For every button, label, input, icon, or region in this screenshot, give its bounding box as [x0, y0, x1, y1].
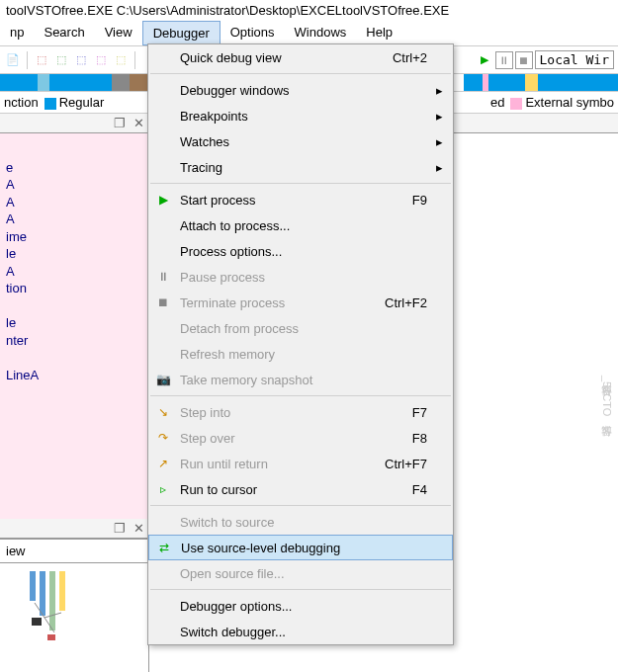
- menu-item-debugger-options-[interactable]: Debugger options...: [148, 593, 453, 619]
- menu-windows[interactable]: Windows: [285, 21, 357, 45]
- menu-debugger[interactable]: Debugger: [142, 21, 221, 45]
- toolbar-icon[interactable]: ⬚: [33, 51, 50, 69]
- svg-rect-0: [30, 571, 36, 601]
- graph-svg: [0, 563, 148, 672]
- svg-rect-5: [47, 634, 55, 640]
- menu-item-tracing[interactable]: Tracing▸: [148, 154, 453, 180]
- menu-item-step-into: ↘Step intoF7: [148, 399, 453, 425]
- pause-icon[interactable]: ⏸: [495, 51, 513, 69]
- window-title: toolVSTOfree.EXE C:\Users\Administrator\…: [0, 0, 618, 21]
- graph-overview[interactable]: [0, 563, 148, 672]
- menu-options[interactable]: Options: [221, 21, 285, 45]
- close-icon[interactable]: ✕: [133, 116, 144, 130]
- menu-item-pause-process: ⏸Pause process: [148, 264, 453, 290]
- play-icon[interactable]: ▶: [476, 51, 493, 69]
- menu-item-debugger-windows[interactable]: Debugger windows▸: [148, 77, 453, 103]
- menu-item-use-source-level-debugging[interactable]: ⇄Use source-level debugging: [148, 535, 453, 560]
- toolbar-icon[interactable]: ⬚: [52, 51, 70, 69]
- menu-item-step-over: ↷Step overF8: [148, 425, 453, 451]
- view-label: iew: [0, 539, 148, 563]
- menu-np[interactable]: np: [0, 21, 34, 45]
- toolbar-icon[interactable]: ⬚: [92, 51, 110, 69]
- svg-rect-4: [32, 618, 42, 626]
- svg-rect-3: [59, 571, 65, 611]
- close-icon[interactable]: ✕: [133, 521, 144, 536]
- menu-item-switch-debugger-[interactable]: Switch debugger...: [148, 619, 453, 644]
- menu-item-process-options-[interactable]: Process options...: [148, 238, 453, 264]
- toolbar-icon[interactable]: ⬚: [72, 51, 90, 69]
- menu-item-watches[interactable]: Watches▸: [148, 128, 453, 154]
- restore-icon[interactable]: ❐: [114, 521, 126, 536]
- functions-list[interactable]: eAAAimeleAtion lenter LineA: [0, 133, 148, 519]
- debugger-menu: Quick debug viewCtrl+2Debugger windows▸B…: [147, 43, 454, 645]
- toolbar-icon[interactable]: 📄: [4, 51, 22, 69]
- menu-item-detach-from-process: Detach from process: [148, 315, 453, 341]
- menu-item-quick-debug-view[interactable]: Quick debug viewCtrl+2: [148, 44, 453, 70]
- menu-item-run-to-cursor[interactable]: ▹Run to cursorF4: [148, 476, 453, 502]
- menu-item-switch-to-source: Switch to source: [148, 509, 453, 535]
- menu-help[interactable]: Help: [356, 21, 402, 45]
- menu-item-breakpoints[interactable]: Breakpoints▸: [148, 103, 453, 128]
- svg-rect-1: [40, 571, 45, 616]
- menu-item-run-until-return: ↗Run until returnCtrl+F7: [148, 451, 453, 476]
- svg-rect-2: [49, 571, 55, 630]
- menu-view[interactable]: View: [95, 21, 142, 45]
- menu-item-start-process[interactable]: ▶Start processF9: [148, 187, 453, 212]
- debugger-select[interactable]: Local Wir: [535, 50, 614, 69]
- menu-item-take-memory-snapshot: 📷Take memory snapshot: [148, 367, 453, 392]
- stop-icon[interactable]: ⏹: [515, 51, 533, 69]
- menu-item-attach-to-process-[interactable]: Attach to process...: [148, 212, 453, 238]
- toolbar-icon[interactable]: ⬚: [112, 51, 130, 69]
- menu-item-terminate-process: ⏹Terminate processCtrl+F2: [148, 290, 453, 315]
- watermark: 博客_51CTO博客: [599, 376, 614, 416]
- restore-icon[interactable]: ❐: [114, 116, 126, 130]
- menu-search[interactable]: Search: [34, 21, 94, 45]
- menu-item-open-source-file-: Open source file...: [148, 560, 453, 586]
- menu-item-refresh-memory: Refresh memory: [148, 341, 453, 367]
